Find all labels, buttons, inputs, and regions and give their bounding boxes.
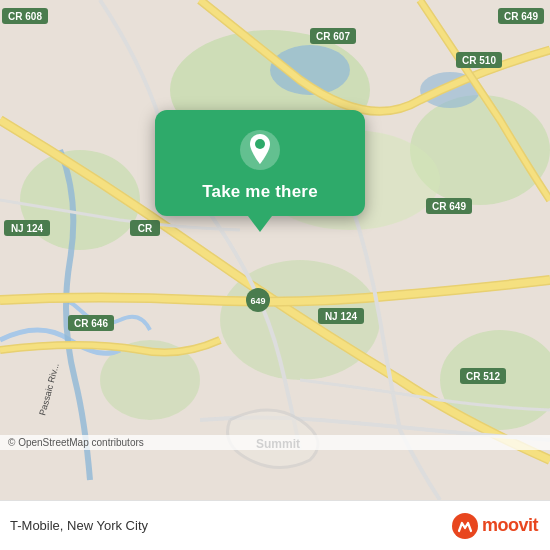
- svg-text:NJ 124: NJ 124: [325, 311, 358, 322]
- moovit-logo: moovit: [452, 513, 538, 539]
- svg-text:CR 608: CR 608: [8, 11, 42, 22]
- map-view: CR 608 CR 649 CR 607 CR 510 NJ 124 CR CR…: [0, 0, 550, 500]
- svg-point-35: [255, 139, 265, 149]
- take-me-there-popup[interactable]: Take me there: [155, 110, 365, 216]
- take-me-there-label: Take me there: [202, 182, 318, 202]
- svg-text:CR 646: CR 646: [74, 318, 108, 329]
- copyright-notice: © OpenStreetMap contributors: [0, 435, 550, 450]
- svg-text:CR 512: CR 512: [466, 371, 500, 382]
- svg-text:CR 607: CR 607: [316, 31, 350, 42]
- location-pin-icon: [238, 128, 282, 172]
- location-title: T-Mobile, New York City: [10, 518, 148, 533]
- svg-text:CR 649: CR 649: [432, 201, 466, 212]
- svg-text:NJ 124: NJ 124: [11, 223, 44, 234]
- moovit-brand-icon: [452, 513, 478, 539]
- moovit-text: moovit: [482, 515, 538, 536]
- bottom-bar: T-Mobile, New York City moovit: [0, 500, 550, 550]
- svg-text:CR: CR: [138, 223, 153, 234]
- svg-text:649: 649: [250, 296, 265, 306]
- svg-text:CR 510: CR 510: [462, 55, 496, 66]
- svg-text:CR 649: CR 649: [504, 11, 538, 22]
